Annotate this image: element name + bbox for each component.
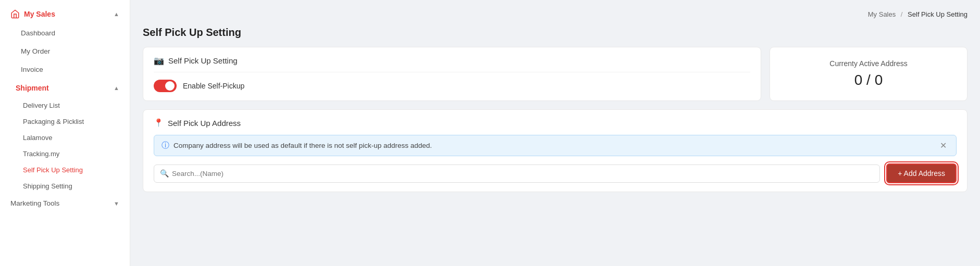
main-content: My Sales / Self Pick Up Setting Self Pic… <box>130 0 980 266</box>
sidebar-sub-tracking[interactable]: Tracking.my <box>0 146 130 162</box>
active-address-value: 0 / 0 <box>854 72 883 88</box>
info-banner: ⓘ Company address will be used as defaul… <box>154 135 957 156</box>
chevron-up-icon-shipment: ▲ <box>114 85 119 91</box>
sidebar-item-invoice[interactable]: Invoice <box>0 60 130 79</box>
sidebar-shipment[interactable]: Shipment ▲ <box>0 79 130 97</box>
address-section-title: Self Pick Up Address <box>168 119 241 128</box>
self-pickup-toggle[interactable] <box>154 80 177 92</box>
sidebar-item-dashboard[interactable]: Dashboard <box>0 24 130 42</box>
setting-card: 📷 Self Pick Up Setting Enable Self-Picku… <box>143 47 761 101</box>
add-address-button[interactable]: + Add Address <box>886 163 957 183</box>
sidebar-marketing-tools[interactable]: Marketing Tools ▼ <box>0 194 130 212</box>
page-title: Self Pick Up Setting <box>143 27 967 39</box>
store-icon <box>10 9 20 19</box>
sidebar-sub-shipping-setting[interactable]: Shipping Setting <box>0 178 130 194</box>
breadcrumb: My Sales / Self Pick Up Setting <box>143 10 967 18</box>
sidebar: My Sales ▲ Dashboard My Order Invoice Sh… <box>0 0 130 266</box>
breadcrumb-separator: / <box>901 10 903 18</box>
location-icon: 📍 <box>154 118 164 128</box>
sidebar-my-sales[interactable]: My Sales ▲ <box>0 4 130 24</box>
info-icon: ⓘ <box>162 141 169 150</box>
chevron-up-icon: ▲ <box>114 11 119 17</box>
pickup-icon: 📷 <box>154 56 164 66</box>
close-banner-button[interactable]: ✕ <box>938 141 949 150</box>
shipment-label: Shipment <box>16 84 49 92</box>
sidebar-item-my-order[interactable]: My Order <box>0 42 130 60</box>
sidebar-sub-packaging[interactable]: Packaging & Picklist <box>0 113 130 130</box>
setting-card-title: 📷 Self Pick Up Setting <box>154 56 750 72</box>
chevron-down-icon-marketing: ▼ <box>114 200 119 207</box>
active-address-label: Currenty Active Address <box>829 59 907 68</box>
sidebar-sub-lalamove[interactable]: Lalamove <box>0 130 130 146</box>
my-sales-label: My Sales <box>24 10 55 18</box>
address-section-card: 📍 Self Pick Up Address ⓘ Company address… <box>143 109 967 192</box>
marketing-tools-label: Marketing Tools <box>10 199 59 207</box>
sidebar-sub-delivery-list[interactable]: Delivery List <box>0 97 130 113</box>
cards-row: 📷 Self Pick Up Setting Enable Self-Picku… <box>143 47 967 101</box>
address-section-header: 📍 Self Pick Up Address <box>154 118 957 128</box>
active-address-card: Currenty Active Address 0 / 0 <box>770 47 967 101</box>
toggle-label: Enable Self-Pickup <box>183 82 244 90</box>
info-banner-content: ⓘ Company address will be used as defaul… <box>162 141 432 150</box>
breadcrumb-parent: My Sales <box>868 10 896 18</box>
sidebar-sub-self-pickup[interactable]: Self Pick Up Setting <box>0 162 130 178</box>
toggle-row: Enable Self-Pickup <box>154 80 750 92</box>
breadcrumb-current: Self Pick Up Setting <box>908 10 967 18</box>
search-input[interactable] <box>154 164 880 183</box>
info-message: Company address will be used as default … <box>173 142 432 149</box>
search-input-wrap: 🔍 <box>154 164 880 183</box>
search-action-row: 🔍 + Add Address <box>154 163 957 183</box>
search-icon: 🔍 <box>160 169 169 178</box>
